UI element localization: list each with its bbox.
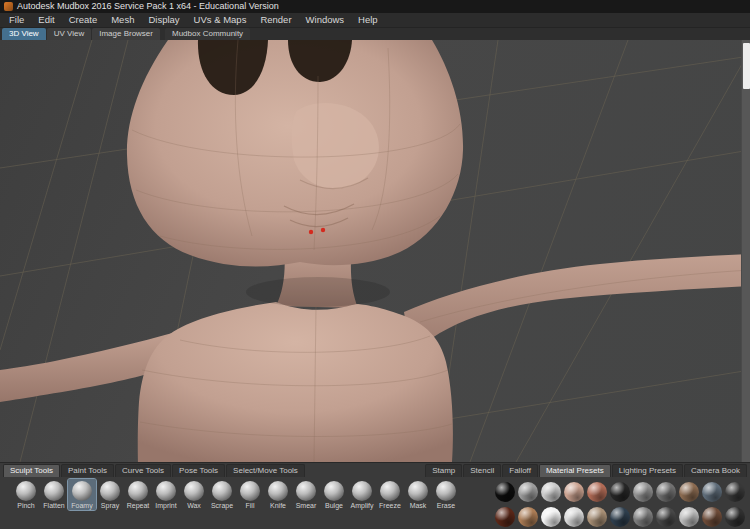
tool-icon-freeze [380, 481, 400, 501]
tool-wax[interactable]: Wax [180, 479, 208, 510]
material-swatch-r2-c10[interactable] [702, 507, 722, 527]
view-tab-mudbox-community[interactable]: Mudbox Community [165, 28, 250, 40]
tool-icon-erase [436, 481, 456, 501]
tool-smear[interactable]: Smear [292, 479, 320, 510]
tab-material-presets[interactable]: Material Presets [539, 464, 611, 477]
tool-label-freeze: Freeze [379, 502, 401, 509]
view-tab-image-browser[interactable]: Image Browser [92, 28, 160, 40]
material-swatch-r1-c3[interactable] [541, 482, 561, 502]
character-model[interactable] [0, 40, 750, 462]
scrollbar-thumb[interactable] [743, 43, 750, 89]
material-swatch-r2-c5[interactable] [587, 507, 607, 527]
tool-label-bulge: Bulge [325, 502, 343, 509]
tab-select-move-tools[interactable]: Select/Move Tools [226, 464, 305, 477]
tool-label-scrape: Scrape [211, 502, 233, 509]
material-swatch-r1-c8[interactable] [656, 482, 676, 502]
tab-paint-tools[interactable]: Paint Tools [61, 464, 114, 477]
material-swatch-r1-c9[interactable] [679, 482, 699, 502]
material-swatch-r2-c9[interactable] [679, 507, 699, 527]
material-swatch-r1-c4[interactable] [564, 482, 584, 502]
menu-item-uvs-maps[interactable]: UVs & Maps [187, 13, 254, 27]
material-swatch-r1-c1[interactable] [495, 482, 515, 502]
tab-camera-book[interactable]: Camera Book [684, 464, 747, 477]
tool-label-mask: Mask [410, 502, 427, 509]
tool-label-wax: Wax [187, 502, 201, 509]
tool-fill[interactable]: Fill [236, 479, 264, 510]
title-bar: Autodesk Mudbox 2016 Service Pack 1 x64 … [0, 0, 750, 13]
window-title: Autodesk Mudbox 2016 Service Pack 1 x64 … [17, 0, 279, 13]
tool-mask[interactable]: Mask [404, 479, 432, 510]
tool-label-foamy: Foamy [71, 502, 92, 509]
tool-icon-smear [296, 481, 316, 501]
tool-knife[interactable]: Knife [264, 479, 292, 510]
tab-stamp[interactable]: Stamp [425, 464, 462, 477]
3d-viewport[interactable] [0, 40, 750, 462]
tool-icon-amplify [352, 481, 372, 501]
tab-sculpt-tools[interactable]: Sculpt Tools [3, 464, 60, 477]
material-swatch-r2-c11[interactable] [725, 507, 745, 527]
tool-repeat[interactable]: Repeat [124, 479, 152, 510]
viewport-3d-scene[interactable] [0, 40, 750, 462]
tool-icon-imprint [156, 481, 176, 501]
tool-label-flatten: Flatten [43, 502, 64, 509]
tool-imprint[interactable]: Imprint [152, 479, 180, 510]
material-swatch-r1-c5[interactable] [587, 482, 607, 502]
material-preset-grid [493, 479, 746, 529]
material-swatch-r2-c3[interactable] [541, 507, 561, 527]
tool-scrape[interactable]: Scrape [208, 479, 236, 510]
tab-falloff[interactable]: Falloff [502, 464, 538, 477]
tool-label-knife: Knife [270, 502, 286, 509]
tool-label-amplify: Amplify [351, 502, 374, 509]
menu-item-windows[interactable]: Windows [299, 13, 352, 27]
material-swatch-r2-c8[interactable] [656, 507, 676, 527]
material-swatch-r2-c7[interactable] [633, 507, 653, 527]
tool-erase[interactable]: Erase [432, 479, 460, 510]
material-swatch-r2-c4[interactable] [564, 507, 584, 527]
material-swatch-r1-c6[interactable] [610, 482, 630, 502]
menu-item-mesh[interactable]: Mesh [104, 13, 141, 27]
material-swatch-r2-c6[interactable] [610, 507, 630, 527]
tool-icon-foamy [72, 481, 92, 501]
menu-item-file[interactable]: File [2, 13, 31, 27]
tool-label-smear: Smear [296, 502, 317, 509]
tab-pose-tools[interactable]: Pose Tools [172, 464, 225, 477]
material-swatch-r1-c11[interactable] [725, 482, 745, 502]
vertex-marker [309, 230, 313, 234]
tool-freeze[interactable]: Freeze [376, 479, 404, 510]
tab-curve-tools[interactable]: Curve Tools [115, 464, 171, 477]
mudbox-app-icon [4, 2, 13, 11]
material-swatch-r2-c1[interactable] [495, 507, 515, 527]
tool-icon-flatten [44, 481, 64, 501]
material-swatch-r1-c2[interactable] [518, 482, 538, 502]
tab-stencil[interactable]: Stencil [463, 464, 501, 477]
view-tab-3d-view[interactable]: 3D View [2, 28, 46, 40]
mudbox-window: Autodesk Mudbox 2016 Service Pack 1 x64 … [0, 0, 750, 529]
menu-item-create[interactable]: Create [62, 13, 105, 27]
tool-icon-scrape [212, 481, 232, 501]
menu-item-help[interactable]: Help [351, 13, 385, 27]
tool-icon-spray [100, 481, 120, 501]
menu-item-render[interactable]: Render [253, 13, 298, 27]
material-swatch-r2-c2[interactable] [518, 507, 538, 527]
menu-item-edit[interactable]: Edit [31, 13, 61, 27]
view-tab-uv-view[interactable]: UV View [47, 28, 92, 40]
material-swatch-r1-c7[interactable] [633, 482, 653, 502]
tab-lighting-presets[interactable]: Lighting Presets [612, 464, 683, 477]
material-swatch-r1-c10[interactable] [702, 482, 722, 502]
tool-label-erase: Erase [437, 502, 455, 509]
menu-item-display[interactable]: Display [141, 13, 186, 27]
tool-icon-pinch [16, 481, 36, 501]
tool-icon-knife [268, 481, 288, 501]
sculpt-tool-list: PinchFlattenFoamySprayRepeatImprintWaxSc… [0, 479, 460, 510]
menu-bar: FileEditCreateMeshDisplayUVs & MapsRende… [0, 13, 750, 28]
tool-pinch[interactable]: Pinch [12, 479, 40, 510]
tool-foamy[interactable]: Foamy [68, 479, 96, 510]
tray-tab-row: Sculpt ToolsPaint ToolsCurve ToolsPose T… [0, 463, 750, 477]
viewport-scrollbar[interactable] [741, 40, 750, 462]
tool-spray[interactable]: Spray [96, 479, 124, 510]
tool-amplify[interactable]: Amplify [348, 479, 376, 510]
head-shadow [246, 277, 390, 307]
tool-flatten[interactable]: Flatten [40, 479, 68, 510]
tool-bulge[interactable]: Bulge [320, 479, 348, 510]
tool-label-spray: Spray [101, 502, 119, 509]
